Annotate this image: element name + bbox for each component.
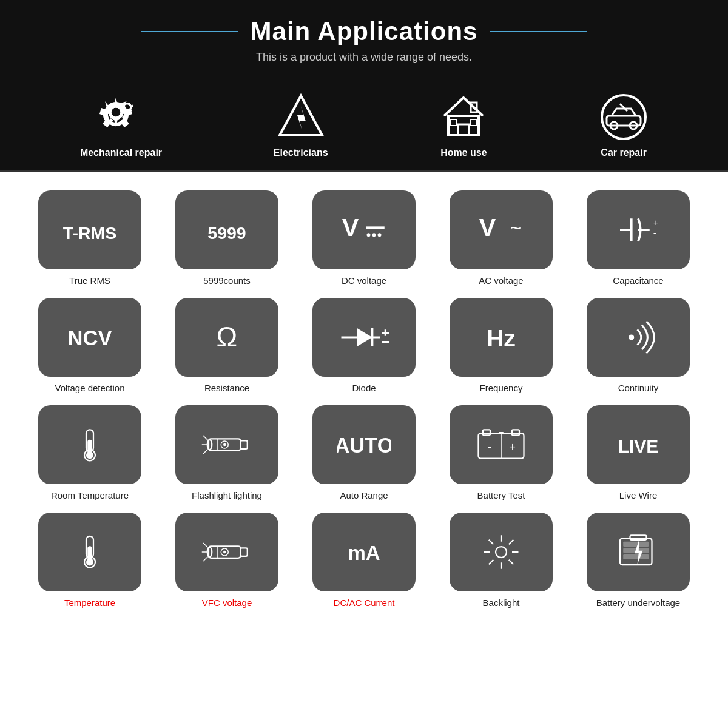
frequency-icon-box: Hz <box>450 298 553 377</box>
resistance-icon-box: Ω <box>175 298 278 377</box>
svg-point-9 <box>602 95 645 139</box>
svg-text:Ω: Ω <box>217 321 238 352</box>
svg-text:mA: mA <box>348 542 380 564</box>
auto-icon: AUTO <box>337 420 391 469</box>
continuity-icon-box <box>587 298 690 377</box>
svg-line-83 <box>489 560 494 565</box>
svg-point-18 <box>367 233 371 237</box>
feature-battery-test: - + Battery Test <box>436 405 567 500</box>
svg-rect-85 <box>630 535 647 540</box>
app-label-car: Car repair <box>601 147 647 158</box>
feature-frequency: Hz Frequency <box>436 298 567 393</box>
resistance-label: Resistance <box>204 383 249 393</box>
header-subtitle: This is a product with a wide range of n… <box>12 51 716 64</box>
svg-marker-31 <box>357 328 372 346</box>
svg-rect-86 <box>623 542 649 547</box>
svg-text:LIVE: LIVE <box>618 436 659 456</box>
temperature-icon <box>62 528 117 576</box>
counts-icon-box: 5999 <box>175 190 278 269</box>
home-icon <box>439 93 488 141</box>
svg-text:V: V <box>479 214 496 241</box>
app-label-electricians: Electricians <box>274 147 328 158</box>
svg-rect-8 <box>471 120 477 126</box>
ncv-icon-box: NCV <box>38 298 141 377</box>
capacitance-icon-box: + - <box>587 190 690 269</box>
svg-rect-10 <box>607 116 641 126</box>
app-label-home: Home use <box>440 147 487 158</box>
svg-point-67 <box>207 547 212 558</box>
svg-text:-: - <box>488 439 492 453</box>
svg-line-71 <box>203 543 208 548</box>
svg-rect-7 <box>450 120 456 126</box>
battery-test-icon: - + <box>474 420 528 469</box>
svg-point-45 <box>207 440 212 450</box>
feature-battery-under: Battery undervoltage <box>573 513 704 608</box>
svg-point-19 <box>372 233 376 237</box>
ac-voltage-icon: V ~ <box>474 206 528 254</box>
flashlight-label: Flashlight lighting <box>192 490 262 500</box>
gear-icon <box>96 93 145 141</box>
svg-rect-88 <box>623 554 649 559</box>
app-item-car: Car repair <box>599 93 648 158</box>
live-wire-icon-box: LIVE <box>587 405 690 484</box>
svg-text:NCV: NCV <box>68 326 112 349</box>
svg-point-42 <box>86 451 93 459</box>
feature-ac-voltage: V ~ AC voltage <box>436 190 567 286</box>
app-item-home: Home use <box>439 93 488 158</box>
title-row: Main Applications <box>12 17 716 46</box>
car-icon <box>599 93 648 141</box>
header: Main Applications This is a product with… <box>0 0 728 87</box>
svg-text:-: - <box>653 228 656 238</box>
battery-under-icon <box>611 528 666 576</box>
dc-voltage-icon: V <box>337 206 391 254</box>
applications-bar: Mechanical repair Electricians Home use <box>0 87 728 172</box>
ac-voltage-label: AC voltage <box>479 275 523 286</box>
svg-point-75 <box>496 547 507 558</box>
capacitance-label: Capacitance <box>613 275 663 286</box>
svg-point-48 <box>223 443 226 447</box>
flashlight-icon-box <box>175 405 278 484</box>
capacitance-icon: + - <box>611 206 666 254</box>
svg-rect-44 <box>241 440 248 449</box>
svg-point-20 <box>378 233 382 237</box>
svg-line-80 <box>489 540 494 545</box>
backlight-icon-box <box>450 513 553 592</box>
continuity-label: Continuity <box>618 383 659 393</box>
temperature-icon-box <box>38 513 141 592</box>
auto-icon-box: AUTO <box>312 405 416 484</box>
dc-voltage-label: DC voltage <box>342 275 386 286</box>
svg-point-70 <box>223 551 226 554</box>
svg-point-64 <box>86 559 93 566</box>
feature-counts: 5999 5999counts <box>161 190 292 286</box>
counts-icon: 5999 <box>200 206 254 254</box>
diode-icon-box <box>312 298 416 377</box>
true-rms-icon-box: T-RMS <box>38 190 141 269</box>
auto-label: Auto Range <box>340 490 388 500</box>
feature-resistance: Ω Resistance <box>161 298 292 393</box>
room-temp-icon-box <box>38 405 141 484</box>
app-item-electricians: Electricians <box>274 93 328 158</box>
continuity-icon <box>611 313 666 362</box>
vfc-voltage-icon <box>200 528 254 576</box>
feature-diode: Diode <box>298 298 430 393</box>
lightning-icon <box>277 93 325 141</box>
dc-voltage-icon-box: V <box>312 190 416 269</box>
app-item-mechanical: Mechanical repair <box>80 93 162 158</box>
room-temp-icon <box>62 420 117 469</box>
svg-line-81 <box>509 560 514 565</box>
feature-capacitance: + - Capacitance <box>573 190 704 286</box>
header-line-right <box>490 31 587 32</box>
vfc-voltage-label: VFC voltage <box>202 598 252 608</box>
svg-rect-66 <box>241 548 248 556</box>
svg-rect-54 <box>483 430 490 435</box>
true-rms-icon: T-RMS <box>62 206 117 254</box>
features-grid: T-RMS True RMS 5999 5999counts V <box>24 190 704 608</box>
diode-icon <box>337 313 391 362</box>
dc-ac-current-icon-box: mA <box>312 513 416 592</box>
battery-test-label: Battery Test <box>477 490 525 500</box>
svg-line-49 <box>203 436 208 440</box>
svg-line-82 <box>509 540 514 545</box>
svg-text:+: + <box>653 217 659 228</box>
battery-under-label: Battery undervoltage <box>596 598 680 608</box>
header-line-left <box>141 31 238 32</box>
